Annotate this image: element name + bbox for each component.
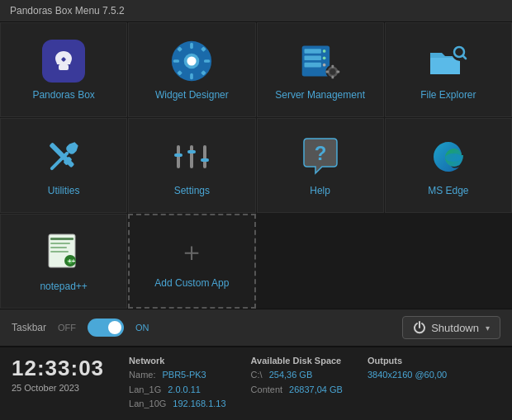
tile-help-label: Help — [310, 185, 330, 196]
svg-rect-38 — [187, 150, 196, 153]
add-icon: ＋ — [178, 234, 205, 271]
disk-val-0: 254,36 GB — [269, 368, 313, 383]
empty-tile-2 — [385, 214, 512, 309]
svg-point-4 — [187, 56, 197, 65]
network-val-0: PBR5-PK3 — [162, 368, 206, 383]
notepad-icon: ++ — [42, 231, 85, 274]
toggle-off-label: OFF — [58, 323, 76, 333]
disk-row-1: Content 26837,04 GB — [251, 383, 343, 398]
svg-rect-24 — [331, 75, 334, 78]
svg-rect-6 — [191, 73, 194, 78]
tile-utilities-label: Utilities — [48, 185, 80, 196]
empty-tile-1 — [257, 214, 384, 309]
shutdown-label: Shutdown — [431, 322, 479, 334]
disk-row-0: C:\ 254,36 GB — [251, 368, 343, 383]
svg-rect-44 — [50, 238, 73, 240]
clock-time: 12:33:03 — [12, 356, 104, 381]
svg-rect-23 — [331, 64, 334, 68]
svg-rect-27 — [430, 58, 460, 74]
tile-add-custom[interactable]: ＋ Add Custom App — [128, 214, 255, 309]
svg-rect-46 — [50, 247, 67, 248]
settings-icon — [170, 135, 213, 178]
svg-text:?: ? — [314, 142, 326, 164]
tile-add-custom-label: Add Custom App — [154, 277, 229, 289]
tile-file-explorer-label: File Explorer — [420, 89, 476, 101]
shutdown-button[interactable]: Shutdown ▾ — [402, 316, 500, 339]
network-section: Network Name: PBR5-PK3 Lan_1G 2.0.0.11 L… — [129, 356, 226, 412]
network-row-2: Lan_10G 192.168.1.13 — [129, 397, 226, 412]
network-val-2: 192.168.1.13 — [173, 397, 225, 412]
network-row-1: Lan_1G 2.0.0.11 — [129, 383, 226, 398]
svg-text:++: ++ — [68, 257, 76, 265]
tile-ms-edge-label: MS Edge — [428, 185, 468, 196]
app-grid: Pandoras Box Widget Designer — [0, 22, 512, 309]
chevron-down-icon: ▾ — [486, 323, 490, 333]
taskbar-toggle[interactable] — [88, 319, 124, 337]
power-icon — [413, 321, 426, 334]
tile-settings[interactable]: Settings — [128, 118, 255, 213]
tile-help[interactable]: ? Help — [257, 118, 384, 213]
svg-rect-39 — [203, 145, 206, 168]
tile-widget-designer-label: Widget Designer — [155, 89, 229, 101]
outputs-val: 3840x2160 @60,00 — [367, 368, 447, 383]
server-icon — [299, 40, 342, 83]
network-key-2: Lan_10G — [129, 397, 166, 412]
tile-pandoras-box[interactable]: Pandoras Box — [0, 22, 127, 117]
outputs-value: 3840x2160 @60,00 — [367, 368, 447, 383]
disk-key-0: C:\ — [251, 368, 263, 383]
tile-server-management[interactable]: Server Management — [257, 22, 384, 117]
disk-title: Available Disk Space — [251, 356, 343, 366]
svg-point-18 — [322, 56, 325, 59]
svg-rect-14 — [304, 49, 320, 54]
widget-icon — [170, 40, 213, 83]
network-key-0: Name: — [129, 368, 155, 383]
disk-val-1: 26837,04 GB — [289, 383, 343, 398]
utilities-icon — [42, 135, 85, 178]
disk-key-1: Content — [251, 383, 283, 398]
svg-rect-25 — [325, 70, 329, 73]
toggle-on-label: ON — [135, 323, 149, 333]
svg-rect-26 — [336, 70, 339, 73]
svg-rect-7 — [173, 59, 179, 63]
network-key-1: Lan_1G — [129, 383, 161, 398]
clock-date: 25 October 2023 — [12, 383, 104, 393]
svg-rect-37 — [190, 145, 193, 168]
svg-rect-45 — [50, 243, 70, 244]
outputs-section: Outputs 3840x2160 @60,00 — [367, 356, 447, 383]
svg-rect-47 — [50, 251, 69, 252]
svg-rect-40 — [201, 158, 209, 162]
svg-point-17 — [322, 50, 325, 53]
tile-utilities[interactable]: Utilities — [0, 118, 127, 213]
svg-rect-0 — [59, 64, 69, 70]
tile-widget-designer[interactable]: Widget Designer — [128, 22, 255, 117]
tile-pandoras-box-label: Pandoras Box — [32, 89, 94, 101]
network-val-1: 2.0.0.11 — [168, 383, 201, 398]
svg-point-42 — [445, 153, 462, 162]
disk-section: Available Disk Space C:\ 254,36 GB Conte… — [251, 356, 343, 397]
pandoras-icon — [42, 40, 85, 83]
svg-point-19 — [322, 63, 325, 66]
svg-rect-5 — [191, 42, 194, 48]
svg-rect-31 — [49, 142, 69, 162]
help-icon: ? — [299, 135, 342, 178]
tile-ms-edge[interactable]: MS Edge — [385, 118, 512, 213]
status-bar: 12:33:03 25 October 2023 Network Name: P… — [0, 347, 512, 420]
tile-server-management-label: Server Management — [275, 89, 365, 101]
clock-area: 12:33:03 25 October 2023 — [12, 356, 104, 393]
tile-file-explorer[interactable]: File Explorer — [385, 22, 512, 117]
network-row-0: Name: PBR5-PK3 — [129, 368, 226, 383]
network-title: Network — [129, 356, 226, 366]
svg-rect-15 — [304, 55, 320, 60]
taskbar-label: Taskbar — [12, 322, 46, 333]
edge-icon — [427, 135, 470, 178]
tile-notepadpp[interactable]: ++ notepad++ — [0, 214, 127, 309]
svg-point-1 — [62, 58, 65, 61]
taskbar-row: Taskbar OFF ON Shutdown ▾ — [0, 309, 512, 347]
svg-rect-8 — [204, 59, 210, 63]
svg-rect-16 — [304, 62, 320, 67]
file-icon — [427, 40, 470, 83]
title-text: Pandoras Box Menu 7.5.2 — [10, 5, 125, 17]
svg-point-22 — [329, 68, 335, 74]
svg-rect-36 — [174, 153, 183, 157]
tile-notepadpp-label: notepad++ — [40, 281, 87, 292]
